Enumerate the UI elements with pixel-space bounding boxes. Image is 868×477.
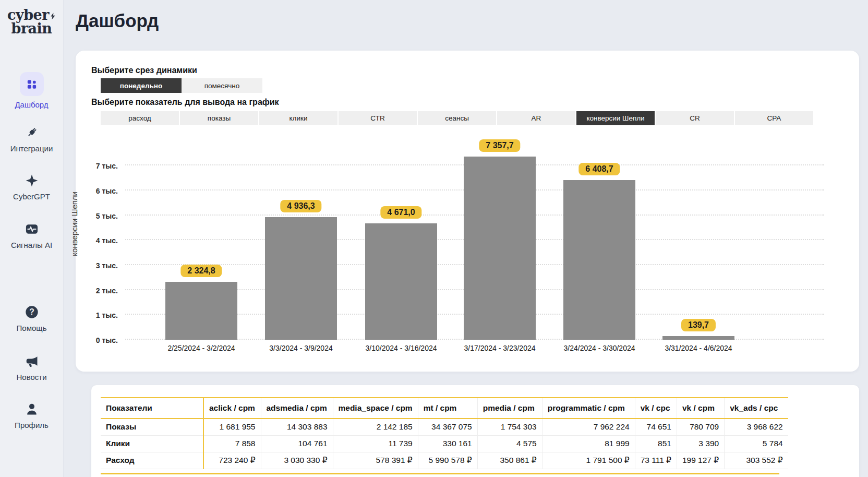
table-header-cell-6: programmatic / cpm <box>542 398 635 419</box>
sparkle-icon <box>0 173 63 188</box>
table-cell: 723 240 ₽ <box>203 452 261 469</box>
sidebar-item-label: Помощь <box>0 324 63 332</box>
table-cell: 1 754 303 <box>477 419 542 435</box>
table-cell: 14 303 883 <box>261 419 333 435</box>
help-icon: ? <box>0 305 63 319</box>
sidebar-item-news[interactable]: Новости <box>0 354 63 381</box>
bar-value-badge: 2 324,8 <box>180 265 222 277</box>
sidebar: cyber brain Дашборд Интеграц <box>0 0 64 477</box>
table-cell: 81 999 <box>542 435 635 452</box>
table-cell: 3 968 622 <box>725 419 788 435</box>
metrics-table: Показателиaclick / cpmadsmedia / cpmmedi… <box>101 397 788 469</box>
sidebar-item-cybergpt[interactable]: CyberGPT <box>0 173 63 201</box>
table-cell: 73 111 ₽ <box>635 452 677 469</box>
table-row-label: Клики <box>101 435 203 452</box>
table-cell: 2 142 185 <box>333 419 418 435</box>
y-axis-tick: 7 тыс. <box>85 162 118 170</box>
signals-pulse-icon <box>0 222 63 236</box>
table-cell: 4 575 <box>477 435 542 452</box>
metric-tab-8[interactable]: CPA <box>735 111 813 125</box>
table-row-label: Расход <box>101 452 203 469</box>
table-cell: 330 161 <box>418 435 477 452</box>
metric-tab-2[interactable]: клики <box>259 111 337 125</box>
bar-value-badge: 139,7 <box>681 319 716 331</box>
table-row: Показы1 681 95514 303 8832 142 18534 367… <box>101 419 788 435</box>
table-header-row: Показателиaclick / cpmadsmedia / cpmmedi… <box>101 398 788 419</box>
table-header-cell-2: adsmedia / cpm <box>261 398 333 419</box>
metric-tab-6[interactable]: конверсии Шепли <box>576 111 655 125</box>
plug-icon <box>0 125 63 140</box>
metric-tab-7[interactable]: CR <box>656 111 734 125</box>
logo-line2: brain <box>11 20 52 37</box>
sidebar-item-help[interactable]: ? Помощь <box>0 305 63 332</box>
table-cell: 7 858 <box>203 435 261 452</box>
table-cell: 199 127 ₽ <box>677 452 724 469</box>
table-cell: 303 552 ₽ <box>725 452 788 469</box>
table-cell: 3 030 330 ₽ <box>261 452 333 469</box>
y-axis-tick: 5 тыс. <box>85 212 118 220</box>
table-header-cell-1: aclick / cpm <box>203 398 261 419</box>
bar-value-badge: 4 936,3 <box>280 200 321 212</box>
table-header-cell-7: vk / cpc <box>635 398 677 419</box>
bar-value-badge: 4 671,0 <box>380 206 421 219</box>
y-axis-tick: 6 тыс. <box>85 187 118 195</box>
period-toggle-option-0[interactable]: понедельно <box>101 78 182 93</box>
table-bottom-accent-line <box>101 473 779 474</box>
table-cell: 5 784 <box>725 435 788 452</box>
x-axis-label: 3/24/2024 - 3/30/2024 <box>563 344 635 352</box>
bar <box>563 180 635 340</box>
table-cell: 11 739 <box>333 435 418 452</box>
table-cell: 1 791 500 ₽ <box>542 452 635 469</box>
table-cell: 74 651 <box>635 419 677 435</box>
y-axis-tick: 0 тыс. <box>85 336 118 344</box>
metric-tab-4[interactable]: сеансы <box>418 111 496 125</box>
bar <box>265 217 337 340</box>
bar <box>662 336 734 340</box>
sidebar-item-label: Дашборд <box>0 100 63 109</box>
sidebar-item-label: Интеграции <box>0 144 63 153</box>
page-title: Дашборд <box>76 10 159 31</box>
table-body: Показы1 681 95514 303 8832 142 18534 367… <box>101 419 788 469</box>
sidebar-item-label: Профиль <box>0 421 63 430</box>
svg-text:?: ? <box>29 307 34 316</box>
sidebar-item-signals-ai[interactable]: Сигналы AI <box>0 222 63 249</box>
table-row: Клики7 858104 76111 739330 1614 57581 99… <box>101 435 788 452</box>
table-cell: 350 861 ₽ <box>477 452 542 469</box>
metrics-table-card: Показателиaclick / cpmadsmedia / cpmmedi… <box>91 385 859 477</box>
bar-value-badge: 6 408,7 <box>578 163 620 175</box>
dashboard-grid-icon <box>20 72 44 96</box>
metric-tab-0[interactable]: расход <box>101 111 179 125</box>
metric-tab-3[interactable]: CTR <box>339 111 417 125</box>
table-header-cell-3: media_space / cpm <box>333 398 418 419</box>
table-cell: 7 962 224 <box>542 419 635 435</box>
sidebar-item-label: CyberGPT <box>0 192 63 201</box>
metric-tab-5[interactable]: AR <box>497 111 575 125</box>
table-header-cell-9: vk_ads / cpc <box>725 398 788 419</box>
x-axis-label: 3/3/2024 - 3/9/2024 <box>269 344 332 352</box>
sidebar-item-label: Сигналы AI <box>0 241 63 249</box>
bar <box>464 157 536 340</box>
table-row-label: Показы <box>101 419 203 435</box>
x-axis-label: 2/25/2024 - 3/2/2024 <box>167 344 235 352</box>
table-header-cell-8: vk / cpm <box>677 398 724 419</box>
table-cell: 104 761 <box>261 435 333 452</box>
metric-tabs: расходпоказыкликиCTRсеансыARконверсии Ше… <box>101 111 813 125</box>
sidebar-item-dashboard[interactable]: Дашборд <box>0 72 63 109</box>
table-cell: 780 709 <box>677 419 724 435</box>
y-axis-tick: 3 тыс. <box>85 261 118 270</box>
table-row: Расход723 240 ₽3 030 330 ₽578 391 ₽5 990… <box>101 452 788 469</box>
sidebar-item-integrations[interactable]: Интеграции <box>0 125 63 153</box>
chart-card: Выберите срез динамики понедельнопомесяч… <box>76 51 859 372</box>
sidebar-item-profile[interactable]: Профиль <box>0 402 63 430</box>
table-header-cell-0: Показатели <box>101 398 203 419</box>
app-logo: cyber brain <box>0 8 63 35</box>
table-cell: 851 <box>635 435 677 452</box>
y-axis-tick: 1 тыс. <box>85 311 118 319</box>
table-header-cell-4: mt / cpm <box>418 398 477 419</box>
megaphone-icon <box>0 354 63 368</box>
period-toggle-option-1[interactable]: помесячно <box>182 78 262 93</box>
slice-selector-label: Выберите срез динамики <box>91 66 197 75</box>
x-axis-label: 3/17/2024 - 3/23/2024 <box>464 344 535 352</box>
x-axis-label: 3/10/2024 - 3/16/2024 <box>365 344 437 352</box>
metric-tab-1[interactable]: показы <box>180 111 258 125</box>
